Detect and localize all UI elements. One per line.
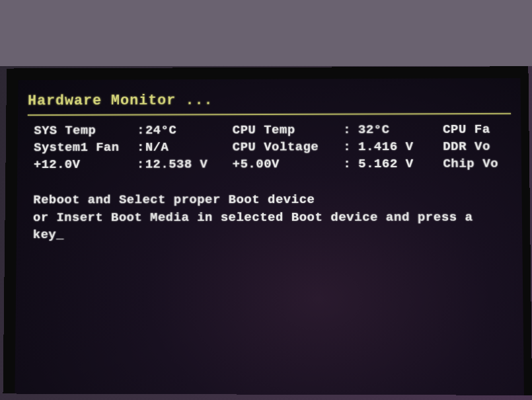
monitor-bezel: Hardware Monitor ... SYS Temp : 24°C CPU… xyxy=(3,66,532,395)
cpu-temp-value: 32°C xyxy=(358,122,441,137)
plus12v-value: 12.538 V xyxy=(145,157,231,172)
sep: : xyxy=(137,157,143,172)
hardware-readings-grid: SYS Temp : 24°C CPU Temp : 32°C CPU Fa S… xyxy=(34,122,512,172)
system1-fan-value: N/A xyxy=(145,140,231,155)
plus12v-label: +12.0V xyxy=(34,157,135,172)
sys-temp-label: SYS Temp xyxy=(34,123,135,138)
title-divider xyxy=(28,113,511,116)
sep: : xyxy=(137,140,143,155)
ddr-voltage-label: DDR Vo xyxy=(443,140,510,154)
sys-temp-value: 24°C xyxy=(145,123,231,138)
sep: : xyxy=(137,123,143,138)
boot-error-line1: Reboot and Select proper Boot device xyxy=(33,191,512,209)
sep: : xyxy=(343,157,356,171)
bios-screen: Hardware Monitor ... SYS Temp : 24°C CPU… xyxy=(15,78,524,395)
cpu-fan-label: CPU Fa xyxy=(443,122,510,137)
wall-background xyxy=(0,0,532,66)
plus5v-label: +5.00V xyxy=(233,157,342,171)
cpu-voltage-value: 1.416 V xyxy=(358,140,441,154)
cpu-temp-label: CPU Temp xyxy=(233,123,341,138)
section-title: Hardware Monitor ... xyxy=(28,91,511,109)
boot-error-message: Reboot and Select proper Boot device or … xyxy=(33,191,513,244)
cpu-voltage-label: CPU Voltage xyxy=(233,140,342,154)
sep: : xyxy=(343,140,356,154)
boot-error-line2: or Insert Boot Media in selected Boot de… xyxy=(33,208,513,244)
chip-voltage-label: Chip Vo xyxy=(443,157,510,171)
sep: : xyxy=(343,122,356,137)
plus5v-value: 5.162 V xyxy=(358,157,441,171)
system1-fan-label: System1 Fan xyxy=(34,140,135,155)
